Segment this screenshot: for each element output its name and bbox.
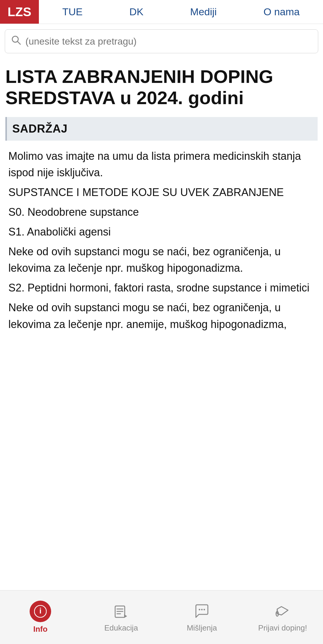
search-icon [11,35,21,48]
section-header-title: SADRŽAJ [12,122,68,135]
page-title: LISTA ZABRANJENIH DOPING SREDSTAVA u 202… [5,66,318,109]
edukacija-icon [112,602,131,621]
bottom-nav-prijavi-label: Prijavi doping! [258,623,307,633]
content-paragraph-5: Neke od ovih supstanci mogu se naći, bez… [8,243,315,277]
svg-point-11 [204,609,205,610]
svg-text:i: i [39,606,41,615]
svg-point-10 [201,609,203,610]
bottom-nav-info[interactable]: i Info [0,601,81,634]
main-content: LISTA ZABRANJENIH DOPING SREDSTAVA u 202… [0,59,323,333]
content-paragraph-6: S2. Peptidni hormoni, faktori rasta, sro… [8,280,315,296]
top-navigation: LZS TUE DK Mediji O nama [0,0,323,24]
bottom-nav-misljenja-label: Mišljenja [187,623,217,633]
bottom-nav-prijavi[interactable]: Prijavi doping! [242,602,323,633]
bottom-nav-misljenja[interactable]: Mišljenja [162,602,242,633]
nav-items: TUE DK Mediji O nama [39,0,323,24]
misljenja-icon [192,602,211,621]
content-paragraph-3: S0. Neodobrene supstance [8,204,315,221]
content-paragraph-1: Molimo vas imajte na umu da lista primer… [8,148,315,181]
logo[interactable]: LZS [0,0,39,24]
content-body: Molimo vas imajte na umu da lista primer… [5,148,318,333]
nav-item-onama[interactable]: O nama [258,3,306,21]
content-paragraph-2: SUPSTANCE I METODE KOJE SU UVEK ZABRANJE… [8,184,315,201]
search-input[interactable] [25,36,312,47]
prijavi-icon [273,602,292,621]
svg-point-9 [199,609,200,610]
svg-line-1 [17,41,20,44]
content-paragraph-7: Neke od ovih supstanci mogu se naći, bez… [8,299,315,333]
svg-marker-8 [124,614,127,618]
search-wrapper [0,24,323,59]
info-icon: i [30,601,51,622]
bottom-nav-edukacija-label: Edukacija [104,623,138,633]
bottom-navigation: i Info Edukacija Mišljenja [0,590,323,644]
nav-item-dk[interactable]: DK [123,3,149,21]
bottom-nav-info-label: Info [33,625,48,634]
nav-item-tue[interactable]: TUE [56,3,89,21]
nav-item-mediji[interactable]: Mediji [184,3,223,21]
content-paragraph-4: S1. Anabolički agensi [8,224,315,240]
bottom-nav-edukacija[interactable]: Edukacija [81,602,162,633]
section-header: SADRŽAJ [5,117,318,141]
search-bar[interactable] [5,29,318,53]
